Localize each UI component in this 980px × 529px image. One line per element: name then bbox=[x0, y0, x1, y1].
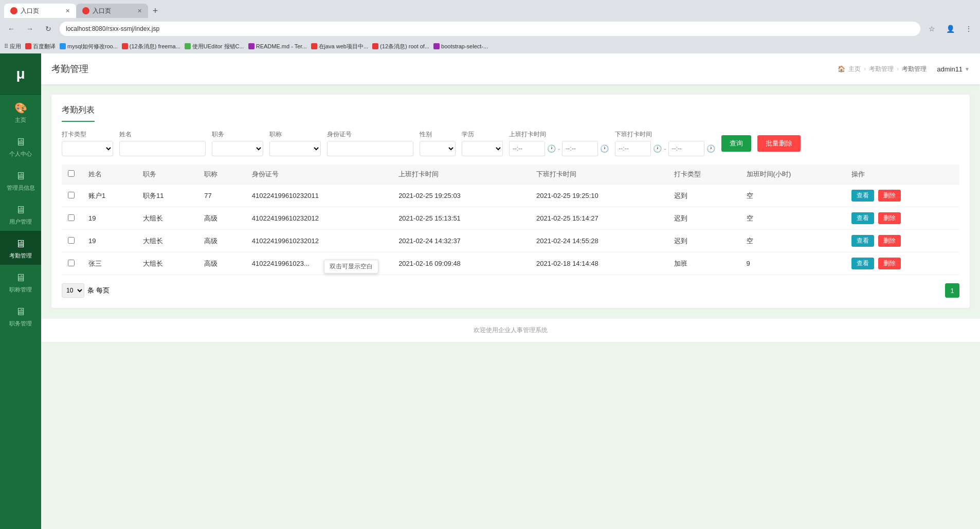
title-filter-select[interactable] bbox=[269, 141, 321, 156]
sidebar-item-title-mgmt[interactable]: 🖥 职称管理 bbox=[0, 265, 41, 299]
breadcrumb-home-link[interactable]: 主页 bbox=[848, 65, 861, 74]
bookmark-bootstrap[interactable]: bootstrap-select-... bbox=[433, 43, 488, 49]
user-dropdown-arrow: ▼ bbox=[965, 66, 970, 72]
forward-button[interactable]: → bbox=[23, 22, 37, 36]
tab-2[interactable]: 入口页 ✕ bbox=[76, 4, 148, 18]
tooltip-box: 双击可显示空白 bbox=[324, 260, 378, 273]
footer-text: 欢迎使用企业人事管理系统 bbox=[474, 326, 548, 334]
sidebar-logo: μ bbox=[0, 53, 41, 95]
cell-name-0: 账户1 bbox=[82, 185, 137, 207]
filter-education: 学历 bbox=[462, 130, 503, 156]
th-overtime: 加班时间(小时) bbox=[740, 165, 846, 185]
batch-delete-button[interactable]: 批量删除 bbox=[757, 135, 801, 152]
cell-checkout-2: 2021-02-24 14:55:28 bbox=[530, 230, 668, 252]
address-input[interactable] bbox=[60, 22, 920, 36]
view-btn-1[interactable]: 查看 bbox=[851, 212, 874, 224]
bookmark-root[interactable]: (12条消息) root of... bbox=[372, 43, 429, 50]
table-header-row: 姓名 职务 职称 身份证号 上班打卡时间 下班打卡时间 打卡类型 加班时间(小时… bbox=[62, 165, 959, 185]
pagination-row: 10 20 50 条 每页 1 bbox=[62, 283, 959, 298]
view-btn-3[interactable]: 查看 bbox=[851, 258, 874, 269]
view-btn-0[interactable]: 查看 bbox=[851, 190, 874, 202]
checkin-end-input[interactable] bbox=[562, 141, 598, 156]
row-1-checkbox[interactable] bbox=[68, 214, 75, 221]
delete-btn-1[interactable]: 删除 bbox=[878, 212, 901, 224]
duty-filter-label: 职务 bbox=[212, 130, 263, 139]
cell-checkin-2: 2021-02-24 14:32:37 bbox=[392, 230, 530, 252]
cell-idcard-2: 410224199610232012 bbox=[246, 230, 392, 252]
delete-btn-3[interactable]: 删除 bbox=[878, 258, 901, 269]
content-area: 考勤列表 打卡类型 迟到 加班 姓名 职务 bbox=[51, 95, 970, 308]
sidebar-item-attendance[interactable]: 🖥 考勤管理 bbox=[0, 231, 41, 265]
cell-idcard-1: 410224199610232012 bbox=[246, 207, 392, 230]
checkin-clock-icon-2[interactable]: 🕐 bbox=[600, 144, 609, 153]
username-label: admin11 bbox=[937, 65, 963, 73]
tab-1-close[interactable]: ✕ bbox=[65, 8, 70, 14]
title-mgmt-icon: 🖥 bbox=[15, 272, 26, 284]
sidebar-item-admin-info[interactable]: 🖥 管理员信息 bbox=[0, 163, 41, 197]
browser-chrome: 入口页 ✕ 入口页 ✕ + ← → ↻ ☆ 👤 ⋮ ⠿ 应用 百度翻译 mysq… bbox=[0, 0, 980, 53]
filter-checkout-time: 下班打卡时间 🕐 - 🕐 bbox=[615, 130, 715, 156]
checkin-start-input[interactable] bbox=[509, 141, 545, 156]
select-all-checkbox[interactable] bbox=[68, 170, 75, 177]
idcard-filter-input[interactable] bbox=[327, 141, 413, 156]
cell-checkin-0: 2021-02-25 19:25:03 bbox=[392, 185, 530, 207]
tab-2-favicon bbox=[82, 7, 89, 14]
cell-action-2: 查看 删除 bbox=[845, 230, 959, 252]
cell-checkout-3: 2021-02-18 14:14:48 bbox=[530, 252, 668, 275]
cell-punchtype-2: 迟到 bbox=[668, 230, 740, 252]
bookmark-apps[interactable]: ⠿ 应用 bbox=[4, 43, 21, 50]
checkout-end-input[interactable] bbox=[668, 141, 704, 156]
punch-type-select[interactable]: 迟到 加班 bbox=[62, 141, 113, 156]
page-1-button[interactable]: 1 bbox=[945, 283, 959, 298]
th-action: 操作 bbox=[845, 165, 959, 185]
per-page-select[interactable]: 10 20 50 bbox=[62, 283, 84, 298]
sidebar-label-user-mgmt: 用户管理 bbox=[9, 218, 32, 226]
bookmark-java[interactable]: 在java web项目中... bbox=[311, 43, 369, 50]
bookmark-mysql[interactable]: mysql如何修改roo... bbox=[60, 43, 118, 50]
delete-btn-0[interactable]: 删除 bbox=[878, 190, 901, 202]
tab-1[interactable]: 入口页 ✕ bbox=[4, 4, 76, 18]
bookmarks-bar: ⠿ 应用 百度翻译 mysql如何修改roo... (12条消息) freema… bbox=[0, 39, 980, 53]
row-3-checkbox[interactable] bbox=[68, 260, 75, 266]
menu-button[interactable]: ⋮ bbox=[961, 22, 976, 36]
bookmark-readme[interactable]: README.md - Ter... bbox=[248, 43, 307, 49]
checkout-clock-icon-2[interactable]: 🕐 bbox=[706, 144, 715, 153]
table-row: 账户1 职务11 77 410224199610232011 2021-02-2… bbox=[62, 185, 959, 207]
delete-btn-2[interactable]: 删除 bbox=[878, 235, 901, 247]
cell-title-3: 高级 bbox=[198, 252, 246, 275]
checkout-clock-icon-1[interactable]: 🕐 bbox=[653, 144, 662, 153]
name-filter-label: 姓名 bbox=[119, 130, 206, 139]
reload-button[interactable]: ↻ bbox=[41, 22, 56, 36]
checkout-start-input[interactable] bbox=[615, 141, 651, 156]
education-filter-label: 学历 bbox=[462, 130, 503, 139]
user-account-button[interactable]: 👤 bbox=[943, 22, 957, 36]
breadcrumb-current: 考勤管理 bbox=[902, 65, 927, 74]
cell-checkout-0: 2021-02-25 19:25:10 bbox=[530, 185, 668, 207]
bookmark-star[interactable]: ☆ bbox=[924, 22, 939, 36]
gender-filter-select[interactable] bbox=[420, 141, 456, 156]
ueditor-favicon bbox=[185, 43, 191, 49]
bookmark-ueditor[interactable]: 使用UEditor 报错C... bbox=[185, 43, 244, 50]
row-2-checkbox[interactable] bbox=[68, 237, 75, 244]
checkin-clock-icon-1[interactable]: 🕐 bbox=[547, 144, 556, 153]
bookmark-freema[interactable]: (12条消息) freema... bbox=[122, 43, 180, 50]
row-0-checkbox[interactable] bbox=[68, 192, 75, 198]
sidebar-item-home[interactable]: 🎨 主页 bbox=[0, 95, 41, 129]
education-filter-select[interactable] bbox=[462, 141, 503, 156]
tab-2-close[interactable]: ✕ bbox=[137, 8, 142, 14]
view-btn-2[interactable]: 查看 bbox=[851, 235, 874, 247]
back-button[interactable]: ← bbox=[4, 22, 19, 36]
bookmark-baidu[interactable]: 百度翻译 bbox=[25, 43, 56, 50]
top-user-info[interactable]: admin11 ▼ bbox=[937, 65, 970, 73]
duty-filter-select[interactable] bbox=[212, 141, 263, 156]
th-checkin: 上班打卡时间 bbox=[392, 165, 530, 185]
sidebar-item-duty-mgmt[interactable]: 🖥 职务管理 bbox=[0, 299, 41, 333]
search-button[interactable]: 查询 bbox=[721, 135, 751, 152]
th-duty: 职务 bbox=[137, 165, 198, 185]
per-page-selector: 10 20 50 条 每页 bbox=[62, 283, 110, 298]
new-tab-button[interactable]: + bbox=[148, 4, 162, 18]
sidebar-item-user-mgmt[interactable]: 🖥 用户管理 bbox=[0, 197, 41, 231]
name-filter-input[interactable] bbox=[119, 141, 206, 156]
sidebar-item-personal[interactable]: 🖥 个人中心 bbox=[0, 129, 41, 163]
filter-gender: 性别 bbox=[420, 130, 456, 156]
